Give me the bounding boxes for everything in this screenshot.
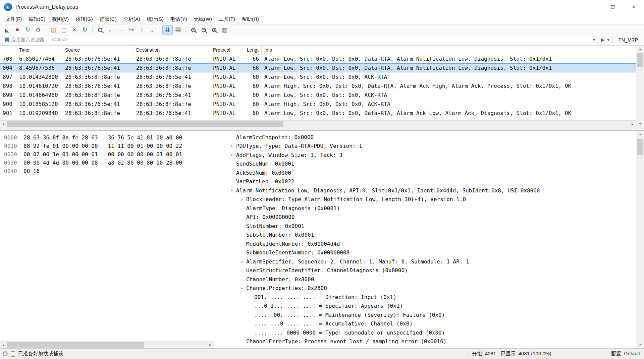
pane-splitter[interactable] xyxy=(0,127,644,130)
hscroll-thumb[interactable] xyxy=(7,342,144,348)
scroll-left-icon[interactable] xyxy=(0,121,7,127)
expert-info-icon[interactable] xyxy=(3,351,8,356)
packet-list-hscrollbar[interactable] xyxy=(0,120,636,127)
filter-shortcut-button[interactable]: PN_MRP xyxy=(615,36,641,44)
apply-filter-button[interactable]: ▶ xyxy=(601,37,605,43)
hex-row[interactable]: 0010 88 92 fe 01 00 00 00 00 11 11 00 01… xyxy=(0,142,214,150)
close-file-button[interactable]: × xyxy=(69,25,79,35)
packet-row[interactable]: 898 10.014610720 28:63:36:76:5e:41 28:63… xyxy=(0,81,636,91)
reload-file-button[interactable]: ↻ xyxy=(80,25,90,35)
scroll-up-icon[interactable] xyxy=(637,46,644,52)
minimize-button[interactable]: ─ xyxy=(582,0,602,14)
packet-detail-pane[interactable]: 西门子工业 技术论坛 siemens.com/cs AlarmSrcEndpoi… xyxy=(214,131,636,348)
packet-row[interactable]: 899 10.014664960 28:63:36:8f:8a:fe 28:63… xyxy=(0,91,636,100)
menu-item[interactable]: 分析(A) xyxy=(120,14,144,24)
vscroll-thumb[interactable] xyxy=(637,139,643,155)
packet-row[interactable]: 900 10.018585120 28:63:36:76:5e:41 28:63… xyxy=(0,100,636,109)
menu-item[interactable]: 编辑(E) xyxy=(25,14,49,24)
expander-icon[interactable] xyxy=(237,258,246,264)
restart-capture-button[interactable]: ↻ xyxy=(23,25,33,35)
expander-icon[interactable] xyxy=(229,186,235,195)
maximize-button[interactable]: □ xyxy=(602,0,623,14)
column-header[interactable]: Source xyxy=(62,46,133,54)
menu-item[interactable]: 帮助(H) xyxy=(238,14,262,24)
tree-item[interactable]: AddFlags, Window Size: 1, Tack: 1 xyxy=(214,151,636,160)
hex-row[interactable]: 0040 00 16 xyxy=(0,167,214,175)
scroll-right-icon[interactable] xyxy=(207,342,214,348)
tree-item[interactable]: BlockHeader: Type=Alarm Notification Low… xyxy=(214,195,636,204)
expander-icon[interactable] xyxy=(239,284,245,293)
tree-item[interactable]: ChannelErrorType: Process event lost / s… xyxy=(214,337,636,346)
tree-item[interactable]: AlarmType: Diagnosis (0x0001) xyxy=(214,204,636,213)
tree-item[interactable]: ChannelNumber: 0x8000 xyxy=(214,275,636,284)
column-header[interactable] xyxy=(0,46,16,54)
tree-item[interactable]: SendSeqNum: 0x0001 xyxy=(214,160,636,169)
packet-row[interactable]: 804 8.459677536 28:63:36:76:5e:41 28:63:… xyxy=(0,63,636,72)
menu-item[interactable]: 无线(W) xyxy=(191,14,215,24)
menu-item[interactable]: 跳转(G) xyxy=(72,14,96,24)
vscroll-thumb[interactable] xyxy=(637,53,643,67)
menu-item[interactable]: 工具(T) xyxy=(215,14,238,24)
tree-item[interactable]: ChannelProperties: 0x2800 xyxy=(214,284,636,293)
scroll-down-icon[interactable] xyxy=(637,341,644,348)
hex-row[interactable]: 0000 28 63 36 8f 8a fe 28 63 36 76 5e 41… xyxy=(0,133,214,142)
tree-item[interactable]: SubslotNumber: 0x0001 xyxy=(214,231,636,240)
tree-item[interactable]: AckSeqNum: 0x0000 xyxy=(214,168,636,177)
expander-icon[interactable] xyxy=(237,196,246,202)
go-last-packet-button[interactable]: ↓ xyxy=(147,25,157,35)
expander-icon[interactable] xyxy=(227,143,236,149)
tree-item[interactable]: Alarm Notification Low, Diagnosis, API:0… xyxy=(214,186,636,195)
menu-item[interactable]: 电话(Y) xyxy=(167,14,191,24)
tree-item[interactable]: AlarmSrcEndpoint: 0x0000 xyxy=(214,133,636,142)
detail-pane-vscrollbar[interactable] xyxy=(636,131,644,348)
go-back-button[interactable]: ← xyxy=(106,25,115,35)
tree-item[interactable]: ...0 1... .... .... = Specifier: Appears… xyxy=(214,302,636,311)
tree-item[interactable]: ModuleIdentNumber: 0x00004d4d xyxy=(214,239,636,248)
bytes-pane-hscrollbar[interactable] xyxy=(0,341,214,348)
close-button[interactable]: × xyxy=(623,0,644,14)
auto-scroll-button[interactable]: ⇊ xyxy=(163,25,172,35)
menu-item[interactable]: 视图(V) xyxy=(49,14,72,24)
scroll-down-icon[interactable] xyxy=(637,120,644,127)
go-first-packet-button[interactable]: ↑ xyxy=(137,25,147,35)
column-header[interactable]: Destination xyxy=(133,46,210,54)
capture-file-properties-icon[interactable] xyxy=(11,351,15,357)
tree-item[interactable]: VarPartLen: 0x0022 xyxy=(214,177,636,186)
tree-item[interactable]: .... .... 0000 0000 = Type: submodule or… xyxy=(214,328,636,337)
tree-item[interactable]: SlotNumber: 0x0001 xyxy=(214,222,636,231)
menu-item[interactable]: 文件(F) xyxy=(2,14,25,24)
resize-columns-button[interactable]: ▥ xyxy=(220,25,229,35)
open-file-button[interactable]: ▤ xyxy=(49,25,58,35)
menu-item[interactable]: 捕获(C) xyxy=(96,14,120,24)
packet-list-vscrollbar[interactable] xyxy=(636,46,644,127)
packet-row[interactable]: 708 6.850177464 28:63:36:76:5e:41 28:63:… xyxy=(0,54,636,63)
tree-item[interactable]: SubmoduleIdentNumber: 0x00000008 xyxy=(214,248,636,257)
stop-capture-button[interactable]: ■ xyxy=(12,25,22,35)
column-header[interactable]: Protocol xyxy=(210,46,243,54)
column-header[interactable]: Time xyxy=(16,46,62,54)
packet-bytes-pane[interactable]: 0000 28 63 36 8f 8a fe 28 63 36 76 5e 41… xyxy=(0,131,214,348)
hex-row[interactable]: 0030 00 00 4d 4d 00 00 00 08 a8 02 80 00… xyxy=(0,159,214,167)
scroll-up-icon[interactable] xyxy=(637,131,644,137)
colorize-button[interactable] xyxy=(173,25,183,35)
tree-item[interactable]: UserStructureIdentifier: ChannelDiagnosi… xyxy=(214,266,636,275)
go-forward-button[interactable]: → xyxy=(116,25,126,35)
find-packet-button[interactable] xyxy=(95,25,105,35)
column-header[interactable]: Info xyxy=(262,46,636,54)
filter-dropdown-icon[interactable]: ▾ xyxy=(593,38,595,42)
hscroll-thumb[interactable] xyxy=(7,121,283,127)
scroll-left-icon[interactable] xyxy=(0,342,7,348)
filter-bookmark-icon[interactable] xyxy=(5,38,9,43)
filter-history-dropdown-icon[interactable]: ▾ xyxy=(607,38,609,42)
save-file-button[interactable]: ◫ xyxy=(59,25,69,35)
display-filter-input[interactable]: 应用显示过滤器 … <Ctrl-/> ▾ xyxy=(2,36,598,44)
menu-item[interactable]: 统计(S) xyxy=(144,14,167,24)
tree-item[interactable]: API: 0x00000000 xyxy=(214,213,636,222)
profile-label[interactable]: 配置: Default xyxy=(611,351,640,357)
tree-item[interactable]: AlarmSpecifier, Sequence: 2, Channel: 1,… xyxy=(214,257,636,266)
go-to-packet-button[interactable]: ↪ xyxy=(126,25,136,35)
packet-row[interactable]: 897 10.014342800 28:63:36:8f:8a:fe 28:63… xyxy=(0,72,636,81)
tree-item[interactable]: 001. .... .... .... = Direction: Input (… xyxy=(214,293,636,302)
zoom-out-button[interactable]: − xyxy=(199,25,209,35)
packet-row[interactable]: 901 10.019209840 28:63:36:8f:8a:fe 28:63… xyxy=(0,109,636,118)
